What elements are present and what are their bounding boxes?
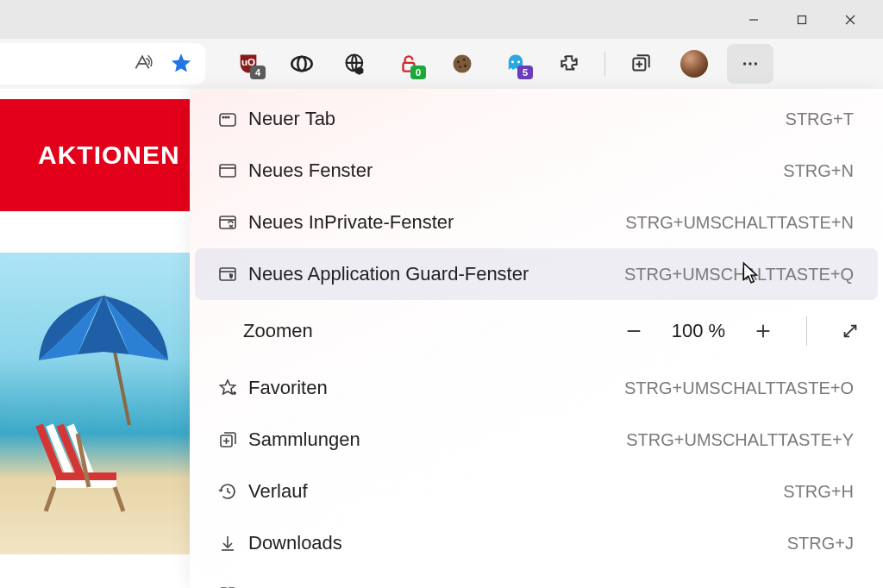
more-menu-button[interactable] bbox=[727, 44, 773, 84]
collections-menu-icon bbox=[210, 429, 245, 450]
browser-toolbar: uO 4 0 5 bbox=[0, 39, 883, 89]
inprivate-icon bbox=[210, 212, 245, 233]
menu-label: Sammlungen bbox=[245, 428, 626, 451]
menu-shortcut: STRG+UMSCHALTTASTE+N bbox=[625, 213, 854, 233]
promo-banner: AKTIONEN bbox=[0, 99, 190, 211]
cookie-icon[interactable] bbox=[442, 43, 483, 84]
menu-shortcut: STRG+UMSCHALTTASTE+O bbox=[624, 378, 854, 398]
menu-label: Verlauf bbox=[245, 480, 783, 503]
svg-point-5 bbox=[291, 57, 311, 71]
svg-point-9 bbox=[454, 55, 472, 73]
ghostery-icon[interactable]: 5 bbox=[495, 43, 536, 84]
menu-downloads[interactable]: Downloads STRG+J bbox=[195, 517, 878, 569]
svg-rect-30 bbox=[220, 114, 235, 126]
menu-apps[interactable]: Apps bbox=[195, 569, 878, 588]
menu-new-tab[interactable]: Neuer Tab STRG+T bbox=[195, 93, 878, 145]
menu-shortcut: STRG+T bbox=[786, 109, 854, 129]
history-icon bbox=[210, 481, 245, 502]
svg-point-31 bbox=[222, 116, 224, 118]
menu-history[interactable]: Verlauf STRG+H bbox=[195, 466, 878, 517]
svg-rect-38 bbox=[220, 268, 235, 280]
content-area: AKTIONEN Check K24 urlaub edia odo bbox=[0, 89, 883, 588]
lock-badge: 0 bbox=[410, 66, 426, 79]
menu-new-window[interactable]: Neues Fenster STRG+N bbox=[195, 145, 878, 197]
svg-point-10 bbox=[457, 60, 460, 63]
zoom-out-button[interactable] bbox=[618, 316, 649, 347]
svg-point-15 bbox=[517, 60, 520, 63]
svg-rect-34 bbox=[220, 165, 235, 177]
address-bar-section bbox=[0, 43, 205, 84]
ublock-icon[interactable]: uO 4 bbox=[228, 43, 269, 84]
zoom-value: 100 % bbox=[668, 320, 729, 342]
menu-shortcut: STRG+N bbox=[783, 161, 854, 181]
menu-zoom-row: Zoomen 100 % bbox=[190, 300, 883, 362]
page-background: AKTIONEN Check K24 urlaub edia odo bbox=[0, 89, 190, 588]
link-check-icon[interactable] bbox=[281, 43, 323, 84]
svg-point-14 bbox=[511, 60, 514, 63]
svg-line-27 bbox=[46, 487, 54, 511]
privacy-globe-icon[interactable] bbox=[335, 43, 376, 84]
toolbar-separator bbox=[604, 52, 605, 76]
window-titlebar bbox=[0, 0, 883, 39]
fullscreen-button[interactable] bbox=[835, 316, 866, 347]
close-button[interactable] bbox=[830, 0, 870, 39]
svg-rect-1 bbox=[798, 16, 806, 23]
menu-shortcut: STRG+UMSCHALTTASTE+Q bbox=[624, 265, 854, 285]
menu-inprivate[interactable]: Neues InPrivate-Fenster STRG+UMSCHALTTAS… bbox=[195, 197, 878, 248]
menu-label: Apps bbox=[245, 584, 838, 588]
menu-label: Neues Fenster bbox=[245, 160, 783, 182]
new-tab-icon bbox=[210, 109, 245, 129]
extensions-row: uO 4 0 5 bbox=[228, 43, 883, 84]
download-icon bbox=[210, 533, 245, 554]
appguard-icon bbox=[210, 264, 245, 285]
minimize-button[interactable] bbox=[734, 0, 773, 39]
svg-point-19 bbox=[755, 62, 757, 65]
apps-icon bbox=[210, 585, 245, 588]
svg-point-17 bbox=[743, 62, 746, 65]
collections-icon[interactable] bbox=[620, 43, 661, 84]
menu-favorites[interactable]: Favoriten STRG+UMSCHALTTASTE+O bbox=[195, 362, 878, 414]
svg-point-11 bbox=[463, 59, 466, 61]
menu-shortcut: STRG+H bbox=[783, 482, 854, 502]
svg-point-13 bbox=[459, 66, 461, 68]
svg-point-18 bbox=[748, 62, 751, 65]
menu-appguard[interactable]: Neues Application Guard-Fenster STRG+UMS… bbox=[195, 248, 878, 300]
menu-label: Downloads bbox=[245, 532, 787, 554]
svg-line-28 bbox=[115, 487, 123, 511]
svg-point-33 bbox=[228, 116, 229, 118]
zoom-in-button[interactable] bbox=[748, 316, 779, 347]
menu-shortcut: STRG+UMSCHALTTASTE+Y bbox=[626, 430, 854, 450]
extensions-puzzle-icon[interactable] bbox=[548, 43, 590, 84]
maximize-button[interactable] bbox=[782, 0, 822, 39]
svg-point-6 bbox=[297, 57, 305, 71]
favorites-icon bbox=[210, 378, 245, 398]
menu-label: Neues Application Guard-Fenster bbox=[245, 263, 624, 285]
svg-point-12 bbox=[464, 65, 467, 67]
profile-avatar[interactable] bbox=[673, 43, 715, 84]
svg-point-32 bbox=[225, 116, 227, 118]
beach-image bbox=[0, 253, 190, 554]
menu-label: Favoriten bbox=[245, 377, 624, 399]
settings-menu: Neuer Tab STRG+T Neues Fenster STRG+N Ne… bbox=[190, 89, 883, 588]
chair-graphic bbox=[30, 408, 142, 520]
favorite-star-icon[interactable] bbox=[169, 52, 193, 76]
menu-shortcut: STRG+J bbox=[787, 534, 854, 554]
menu-label: Neuer Tab bbox=[245, 108, 786, 130]
zoom-separator bbox=[806, 316, 807, 346]
new-window-icon bbox=[210, 160, 245, 181]
banner-text: AKTIONEN bbox=[38, 141, 180, 170]
ghostery-badge: 5 bbox=[517, 66, 533, 79]
lock-red-icon[interactable]: 0 bbox=[388, 43, 429, 84]
ublock-badge: 4 bbox=[250, 66, 266, 79]
menu-collections[interactable]: Sammlungen STRG+UMSCHALTTASTE+Y bbox=[195, 414, 878, 466]
zoom-label: Zoomen bbox=[243, 320, 618, 342]
menu-label: Neues InPrivate-Fenster bbox=[245, 211, 625, 234]
read-aloud-icon[interactable] bbox=[131, 53, 153, 75]
